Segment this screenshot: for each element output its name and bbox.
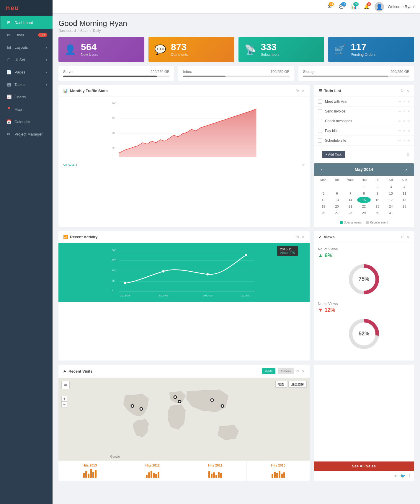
calendar-day[interactable]: 17: [384, 197, 398, 203]
calendar-day[interactable]: 28: [344, 210, 357, 216]
calendar-day[interactable]: 16: [371, 197, 384, 203]
map-view-button[interactable]: 地图: [275, 381, 287, 388]
calendar-day[interactable]: 31: [384, 210, 398, 216]
check-icon[interactable]: ✓: [403, 119, 406, 123]
topbar-chat-button[interactable]: 💬 12: [337, 2, 346, 11]
calendar-day[interactable]: 26: [317, 210, 330, 216]
sidebar-item-pages[interactable]: 📄 Pages ▾: [0, 66, 53, 78]
calendar-next-button[interactable]: ›: [403, 166, 409, 173]
close-icon[interactable]: ✕: [302, 89, 305, 93]
welcome-text[interactable]: Welcome Ryan!: [388, 4, 415, 9]
views-card-actions[interactable]: ↻ ✕: [401, 235, 409, 239]
sidebar-item-layouts[interactable]: ▤ Layouts ▾: [0, 41, 53, 53]
visits-close-icon[interactable]: ✕: [302, 369, 305, 373]
calendar-day[interactable]: 6: [330, 190, 344, 197]
breadcrumb-stats[interactable]: Stats: [80, 29, 88, 33]
check-icon[interactable]: ✓: [403, 110, 406, 113]
calendar-day[interactable]: 24: [384, 203, 398, 210]
traffic-card-actions[interactable]: ↻ ✕: [296, 89, 305, 93]
todo-checkbox-1[interactable]: [318, 109, 322, 113]
edit-icon[interactable]: ✏: [398, 110, 401, 113]
activity-card-actions[interactable]: ↻ ✕: [296, 235, 305, 239]
check-icon[interactable]: ✓: [403, 139, 406, 143]
calendar-day[interactable]: 30: [371, 210, 384, 216]
delete-icon[interactable]: ✕: [407, 139, 410, 143]
visits-card-actions[interactable]: ↻ ✕: [296, 369, 305, 373]
facebook-icon[interactable]: f: [409, 474, 410, 478]
calendar-day[interactable]: 11: [398, 190, 411, 197]
delete-icon[interactable]: ✕: [407, 129, 410, 133]
calendar-day[interactable]: 1: [357, 184, 371, 190]
view-all-link[interactable]: VIEW ALL: [63, 163, 78, 167]
todo-refresh-icon[interactable]: ↻: [401, 89, 404, 93]
edit-icon[interactable]: ✏: [398, 129, 401, 133]
todo-close-icon[interactable]: ✕: [406, 89, 409, 93]
calendar-day[interactable]: 22: [357, 203, 371, 210]
visits-refresh-icon[interactable]: ↻: [296, 369, 299, 373]
calendar-day[interactable]: 23: [371, 203, 384, 210]
sidebar-item-project-manager[interactable]: ✏ Project Manager: [0, 128, 53, 140]
calendar-day[interactable]: 7: [344, 190, 357, 197]
sidebar-item-ui-set[interactable]: □ UI Set ▾: [0, 53, 53, 66]
todo-card-actions[interactable]: ↻ ✕: [401, 89, 409, 93]
calendar-day[interactable]: 27: [330, 210, 344, 216]
edit-icon[interactable]: ✏: [398, 100, 401, 104]
todo-checkbox-3[interactable]: [318, 129, 322, 133]
calendar-day[interactable]: 10: [384, 190, 398, 197]
zoom-out-button[interactable]: −: [61, 402, 67, 407]
calendar-day[interactable]: 15: [357, 197, 371, 203]
activity-refresh-icon[interactable]: ↻: [296, 235, 299, 239]
topbar-email-button[interactable]: ✉ 23: [325, 2, 334, 11]
calendar-day[interactable]: 3: [384, 184, 398, 190]
calendar-day[interactable]: 13: [330, 197, 344, 203]
heart-icon[interactable]: ♥: [394, 474, 397, 478]
edit-icon[interactable]: ✏: [398, 139, 401, 143]
calendar-prev-button[interactable]: ‹: [318, 166, 325, 173]
topbar-bell-button[interactable]: 🔔 8: [362, 2, 371, 11]
sidebar-item-charts[interactable]: 📈 Charts: [0, 91, 53, 103]
breadcrumb-dashboard[interactable]: Dashboard: [58, 29, 76, 33]
calendar-day[interactable]: 29: [357, 210, 371, 216]
calendar-day[interactable]: 12: [317, 197, 330, 203]
see-all-sales-button[interactable]: See All Sales: [314, 461, 414, 471]
satellite-view-button[interactable]: 卫星图像: [288, 381, 307, 388]
calendar-day[interactable]: 21: [344, 203, 357, 210]
zoom-in-button[interactable]: +: [61, 396, 67, 402]
calendar-day[interactable]: 25: [398, 203, 411, 210]
sidebar-item-calendar[interactable]: 📅 Calendar: [0, 115, 53, 128]
delete-icon[interactable]: ✕: [407, 100, 410, 104]
delete-icon[interactable]: ✕: [407, 119, 410, 123]
check-icon[interactable]: ✓: [403, 100, 406, 104]
calendar-day[interactable]: 19: [317, 203, 330, 210]
visits-tab-button[interactable]: Visits: [262, 368, 275, 374]
topbar-chart-button[interactable]: 📊 56: [350, 2, 359, 11]
check-icon[interactable]: ✓: [403, 129, 406, 133]
orders-tab-button[interactable]: Orders: [278, 368, 294, 374]
sidebar-item-map[interactable]: 📍 Map: [0, 103, 53, 115]
delete-icon[interactable]: ✕: [407, 110, 410, 113]
todo-checkbox-4[interactable]: [318, 138, 322, 143]
todo-checkbox-2[interactable]: [318, 119, 322, 123]
add-task-button[interactable]: + Add Task: [322, 151, 345, 158]
sidebar-item-dashboard[interactable]: ⊞ Dashboard: [0, 16, 53, 29]
calendar-day[interactable]: 2: [371, 184, 384, 190]
activity-close-icon[interactable]: ✕: [302, 235, 305, 239]
calendar-day[interactable]: 5: [317, 190, 330, 197]
calendar-day[interactable]: 18: [398, 197, 411, 203]
calendar-day[interactable]: 9: [371, 190, 384, 197]
todo-settings-icon[interactable]: ⚙: [406, 152, 410, 157]
calendar-day[interactable]: 20: [330, 203, 344, 210]
refresh-icon[interactable]: ↻: [296, 89, 299, 93]
sidebar-item-email[interactable]: ✉ Email 103: [0, 29, 53, 41]
sidebar-item-tables[interactable]: ▦ Tables ▾: [0, 78, 53, 91]
views-refresh-icon[interactable]: ↻: [401, 235, 404, 239]
settings-icon[interactable]: ⚙: [302, 163, 305, 167]
calendar-day[interactable]: 14: [344, 197, 357, 203]
twitter-icon[interactable]: 🐦: [400, 474, 405, 478]
breadcrumb-daily[interactable]: Daily: [93, 29, 101, 33]
map-nav-control[interactable]: ⊕: [61, 381, 70, 389]
edit-icon[interactable]: ✏: [398, 119, 401, 123]
views-close-icon[interactable]: ✕: [406, 235, 409, 239]
todo-checkbox-0[interactable]: [318, 100, 322, 104]
calendar-day[interactable]: 8: [357, 190, 371, 197]
